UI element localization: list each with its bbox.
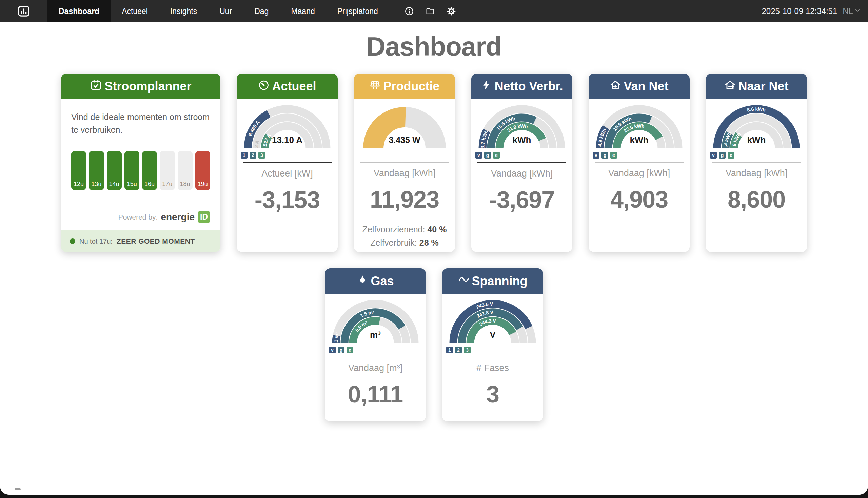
nav-icon-buttons (399, 0, 462, 22)
planner-status-bar: Nu tot 17u: ZEER GOED MOMENT (61, 231, 220, 252)
gauge-center-value: kWh (747, 135, 766, 145)
gauge-chart: 3.435 W (357, 105, 452, 150)
hour-blocks: 12u13u14u15u16u17u18u19u (71, 151, 210, 190)
divider (360, 162, 449, 162)
nav-item-dag[interactable]: Dag (243, 0, 280, 22)
gauge-chart: 243.5 V241.8 V244.3 VV (446, 300, 540, 345)
card-title: Naar Net (738, 79, 788, 93)
hour-block-17u[interactable]: 17u (160, 151, 175, 190)
top-nav: DashboardActueelInsightsUurDagMaandPrijs… (0, 0, 868, 22)
hour-block-15u[interactable]: 15u (125, 151, 139, 190)
hour-block-19u[interactable]: 19u (195, 151, 210, 190)
bolt-icon (481, 79, 492, 94)
card-header: Naar Net (706, 74, 807, 99)
svg-text:2 A: 2 A (254, 140, 260, 148)
nav-item-maand[interactable]: Maand (280, 0, 326, 22)
metric-value: 0,111 (325, 381, 426, 408)
house-out-icon (724, 79, 736, 94)
status-dot-icon (70, 238, 75, 244)
card-title: Netto Verbr. (494, 79, 563, 93)
card-header: Productie (354, 74, 455, 99)
card-header: Stroomplanner (61, 74, 220, 99)
card-gas[interactable]: Gas 0.1 m³1.5 m³0.9 m³m³ vge Vandaag [m³… (325, 268, 426, 421)
card-header: Van Net (589, 74, 690, 99)
gauge-legend (358, 152, 455, 159)
card-stroomplanner[interactable]: Stroomplanner Vind de ideale momenten om… (61, 74, 220, 252)
chevron-down-icon (854, 6, 861, 16)
hour-block-16u[interactable]: 16u (142, 151, 157, 190)
speedometer-icon (258, 79, 270, 94)
house-in-icon (610, 79, 621, 94)
planner-body: Vind de ideale momenten om stroom te ver… (61, 99, 220, 231)
folder-icon[interactable] (420, 0, 441, 22)
legend-badge-g: g (719, 152, 726, 159)
card-productie[interactable]: Productie 3.435 W Vandaag [kWh] 11,923 Z… (354, 74, 455, 252)
gauge-chart: 3.7 kWh15.5 kWh21.8 kWhkWh (475, 105, 569, 150)
metric-value: -3,697 (471, 186, 572, 213)
hour-block-13u[interactable]: 13u (89, 151, 104, 190)
metric-label: Vandaag [kWh] (471, 168, 572, 179)
page-title: Dashboard (0, 31, 868, 62)
nav-item-insights[interactable]: Insights (159, 0, 208, 22)
legend-badge-2: 2 (250, 152, 256, 159)
info-icon[interactable] (399, 0, 420, 22)
gauge-center-value: m³ (370, 330, 381, 340)
gauge-legend: vge (710, 152, 807, 159)
divider (448, 357, 537, 357)
metric-value: -3,153 (237, 186, 338, 213)
metric-label: Vandaag [kWh] (706, 168, 807, 179)
legend-badge-3: 3 (258, 152, 265, 159)
card-title: Stroomplanner (104, 79, 191, 93)
card-spanning[interactable]: Spanning 243.5 V241.8 V244.3 VV 123 # Fa… (442, 268, 543, 421)
card-naar-net[interactable]: Naar Net 8.6 kWh1.4 kWh1.8 kWhkWh vge Va… (706, 74, 807, 252)
hour-block-12u[interactable]: 12u (71, 151, 86, 190)
nav-right: 2025-10-09 12:34:51 NL (762, 0, 868, 22)
card-netto-verbruik[interactable]: Netto Verbr. 3.7 kWh15.5 kWh21.8 kWhkWh … (471, 74, 572, 252)
scrollbar-remnant[interactable] (15, 488, 21, 490)
card-van-net[interactable]: Van Net 4.9 kWh16.9 kWh23.6 kWhkWh vge V… (589, 74, 690, 252)
divider (712, 162, 801, 162)
metric-label: Vandaag [m³] (325, 363, 426, 374)
card-title: Actueel (272, 79, 316, 93)
legend-badge-2: 2 (455, 346, 462, 353)
legend-badge-g: g (338, 346, 344, 353)
metric-value: 3 (442, 381, 543, 408)
legend-badge-v: v (329, 346, 336, 353)
card-header: Netto Verbr. (471, 74, 572, 99)
language-selector[interactable]: NL (843, 6, 861, 16)
settings-gear-icon[interactable] (441, 0, 462, 22)
svg-text:244.3 V: 244.3 V (478, 318, 496, 327)
sine-wave-icon (458, 274, 470, 289)
metric-label: Vandaag [kWh] (354, 168, 455, 179)
solar-panel-icon (369, 79, 381, 94)
powered-by: Powered by: energie ID (71, 211, 210, 231)
card-header: Gas (325, 268, 426, 294)
hour-block-14u[interactable]: 14u (107, 151, 122, 190)
gauge-chart: 4.9 kWh16.9 kWh23.6 kWhkWh (592, 105, 686, 150)
divider (477, 162, 566, 163)
extra-stats: Zelfvoorzienend: 40 %Zelfverbruik: 28 % (354, 221, 455, 248)
card-title: Productie (383, 79, 439, 93)
datetime-display: 2025-10-09 12:34:51 (762, 6, 837, 16)
brand-badge: ID (198, 211, 210, 223)
legend-badge-e: e (493, 152, 500, 159)
gauge-legend: 123 (446, 346, 543, 353)
legend-badge-v: v (593, 152, 599, 159)
nav-item-uur[interactable]: Uur (208, 0, 243, 22)
status-text: ZEER GOED MOMENT (117, 237, 195, 245)
legend-badge-1: 1 (446, 346, 453, 353)
gauge-legend: vge (329, 346, 426, 353)
legend-badge-e: e (610, 152, 617, 159)
metric-label: Actueel [kW] (237, 168, 338, 179)
gauge-chart: 0.1 m³1.5 m³0.9 m³m³ (328, 300, 422, 345)
nav-item-prijsplafond[interactable]: Prijsplafond (326, 0, 389, 22)
planner-description: Vind de ideale momenten om stroom te ver… (71, 111, 210, 136)
calendar-check-icon (90, 79, 102, 94)
app-logo-icon[interactable] (0, 0, 48, 22)
nav-item-actueel[interactable]: Actueel (111, 0, 159, 22)
brand-name: energie (161, 212, 195, 223)
hour-block-18u[interactable]: 18u (178, 151, 193, 190)
card-actueel[interactable]: Actueel 8.488 A2 A4.527 A13.10 A 123 Act… (237, 74, 338, 252)
app-window: DashboardActueelInsightsUurDagMaandPrijs… (0, 0, 868, 495)
nav-item-dashboard[interactable]: Dashboard (48, 0, 111, 22)
